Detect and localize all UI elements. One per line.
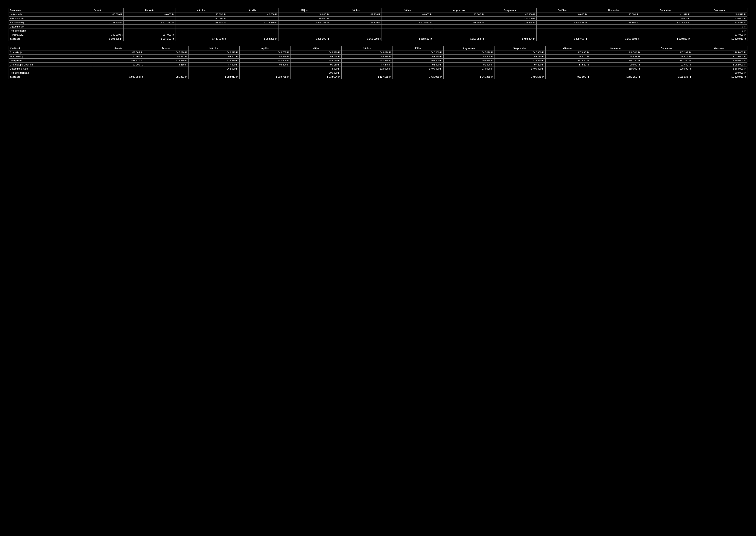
cell-value: 90 000 Ft	[279, 17, 330, 20]
col-header: Kiadások	[9, 46, 93, 50]
row-label: Egyéb műk. Kiad.	[9, 67, 93, 71]
cell-value	[144, 67, 189, 71]
col-header: Január	[93, 46, 144, 50]
cell-value: 1 564 350 Ft	[124, 37, 175, 41]
cell-value	[227, 29, 278, 33]
cell-value	[588, 25, 639, 29]
cell-value: 84 915 Ft	[641, 54, 692, 59]
col-header: Október	[545, 46, 590, 50]
row-label: Ellátottak pénzbeli jutt.	[9, 63, 93, 67]
row-label: Közhatalmi b.	[9, 17, 72, 20]
cell-value: 1 228 617 Ft	[382, 20, 433, 25]
cell-value	[382, 33, 433, 37]
cell-value	[144, 71, 189, 75]
cell-value: 476 980 Ft	[189, 59, 240, 63]
cell-value	[485, 29, 536, 33]
cell-value: 637 000 Ft	[691, 33, 747, 37]
cell-value: 120 000 Ft	[641, 67, 692, 71]
col-header: Április	[239, 46, 291, 50]
cell-value: 993 095 Ft	[545, 75, 590, 79]
cell-value: 85 910 Ft	[341, 54, 393, 59]
col-header: November	[588, 8, 639, 13]
cell-value: 472 980 Ft	[545, 59, 590, 63]
cell-value: 985 397 Ft	[144, 75, 189, 79]
row-label: összesen:	[9, 37, 72, 41]
cell-value: 600 000 Ft	[291, 71, 342, 75]
cell-value: 492 660 Ft	[443, 59, 495, 63]
cell-value: 40 000 Ft	[536, 13, 588, 17]
cell-value: 1 228 358 Ft	[433, 20, 485, 25]
cell-value: 480 600 Ft	[239, 59, 291, 63]
cell-value: 40 000 Ft	[433, 13, 485, 17]
cell-value: 1 228 206 Ft	[279, 20, 330, 25]
cell-value	[639, 25, 691, 29]
bevetelek-table: BevételekJanuárFebruárMárciusÁprilisMáju…	[9, 8, 747, 41]
cell-value: 484 526 Ft	[691, 13, 747, 17]
cell-value: 97 200 Ft	[495, 63, 546, 67]
cell-value	[175, 29, 227, 33]
cell-value	[227, 17, 278, 20]
cell-value	[639, 33, 691, 37]
cell-value: 468 120 Ft	[590, 59, 641, 63]
cell-value: 1 358 206 Ft	[279, 37, 330, 41]
row-label: Kapott támog.	[9, 20, 72, 25]
cell-value: 90 160 Ft	[291, 63, 342, 67]
cell-value	[536, 17, 588, 20]
cell-value	[545, 71, 590, 75]
cell-value: 1 268 468 Ft	[536, 37, 588, 41]
cell-value: 347 020 Ft	[144, 50, 189, 54]
cell-value: 40 000 Ft	[227, 13, 278, 17]
cell-value: 1 000 264 Ft	[93, 75, 144, 79]
cell-value: 87 500 Ft	[189, 63, 240, 67]
cell-value: 1 400 000 Ft	[495, 67, 546, 71]
cell-value: 348 020 Ft	[341, 50, 393, 54]
cell-value: 1 228 374 Ft	[485, 20, 536, 25]
cell-value: 1 258 017 Ft	[189, 75, 240, 79]
cell-value	[227, 33, 278, 37]
cell-value: 84 642 Ft	[189, 54, 240, 59]
cell-value	[330, 33, 382, 37]
col-header: Szeptember	[495, 46, 546, 50]
cell-value	[588, 33, 639, 37]
cell-value	[72, 17, 123, 20]
cell-value	[124, 25, 175, 29]
cell-value: 16 470 000 Ft	[692, 75, 747, 79]
cell-value	[443, 71, 495, 75]
cell-value: 1 228 468 Ft	[536, 20, 588, 25]
cell-value	[433, 33, 485, 37]
cell-value: 476 570 Ft	[495, 59, 546, 63]
cell-value: 340 000 Ft	[72, 33, 123, 37]
cell-value: 347 685 Ft	[545, 50, 590, 54]
col-header: Összesen	[691, 8, 747, 13]
row-label: Munkaadói j.	[9, 54, 93, 59]
cell-value: 1 268 380 Ft	[588, 37, 639, 41]
cell-value: 1 019 000 Ft	[692, 54, 747, 59]
cell-value	[545, 67, 590, 71]
cell-value	[382, 29, 433, 33]
cell-value: 1 269 590 Ft	[330, 37, 382, 41]
cell-value: 1 127 130 Ft	[341, 75, 393, 79]
cell-value	[588, 29, 639, 33]
cell-value: 347 084 Ft	[93, 50, 144, 54]
cell-value: 482 160 Ft	[291, 59, 342, 63]
cell-value: 230 000 Ft	[485, 17, 536, 20]
cell-value	[495, 71, 546, 75]
cell-value: 84 860 Ft	[93, 54, 144, 59]
cell-value: 462 160 Ft	[641, 59, 692, 63]
cell-value	[341, 71, 393, 75]
cell-value: 3 864 000 Ft	[692, 67, 747, 71]
cell-value	[175, 33, 227, 37]
cell-value: 41 676 Ft	[639, 13, 691, 17]
cell-value: 90 000 Ft	[93, 63, 144, 67]
cell-value: 16 470 000 Ft	[691, 37, 747, 41]
cell-value: 1 010 725 Ft	[239, 75, 291, 79]
cell-value: 85 832 Ft	[590, 54, 641, 59]
cell-value: 481 960 Ft	[341, 59, 393, 63]
cell-value: 1 608 205 Ft	[72, 37, 123, 41]
col-header: Szeptember	[485, 8, 536, 13]
cell-value: 1 268 260 Ft	[227, 37, 278, 41]
cell-value: 347 020 Ft	[443, 50, 495, 54]
col-header: Május	[279, 8, 330, 13]
cell-value	[227, 25, 278, 29]
cell-value: 610 000 Ft	[691, 17, 747, 20]
